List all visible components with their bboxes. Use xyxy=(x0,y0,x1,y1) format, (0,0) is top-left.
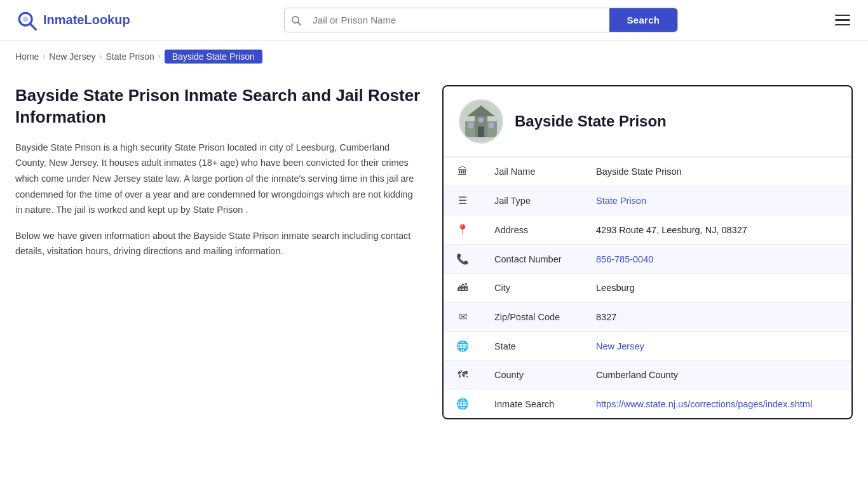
table-row: 🏛 Jail Name Bayside State Prison xyxy=(444,158,851,186)
table-row: 📍 Address 4293 Route 47, Leesburg, NJ, 0… xyxy=(444,215,851,245)
row-value-text-2: 4293 Route 47, Leesburg, NJ, 08327 xyxy=(596,225,747,235)
search-input[interactable] xyxy=(308,8,609,32)
globe-icon: 🌐 xyxy=(444,332,482,361)
row-link-3[interactable]: 856-785-0040 xyxy=(596,254,653,264)
row-label-0: Jail Name xyxy=(482,158,583,186)
logo-link[interactable]: InmateLookup xyxy=(15,9,130,32)
row-label-6: State xyxy=(482,332,583,361)
svg-line-4 xyxy=(298,22,301,25)
row-label-1: Jail Type xyxy=(482,186,583,215)
pin-icon: 📍 xyxy=(444,215,482,245)
row-link-6[interactable]: New Jersey xyxy=(596,341,644,351)
list-icon: ☰ xyxy=(444,186,482,215)
hamburger-menu[interactable] xyxy=(832,12,853,29)
row-link-8[interactable]: https://www.state.nj.us/corrections/page… xyxy=(596,399,812,409)
right-column: Bayside State Prison 🏛 Jail Name Bayside… xyxy=(442,85,853,419)
search-icon xyxy=(285,8,308,32)
info-table: 🏛 Jail Name Bayside State Prison ☰ Jail … xyxy=(444,157,851,418)
table-row: ✉ Zip/Postal Code 8327 xyxy=(444,302,851,332)
card-header: Bayside State Prison xyxy=(444,86,851,157)
row-link-1[interactable]: State Prison xyxy=(596,196,646,206)
svg-point-2 xyxy=(23,16,29,22)
left-column: Bayside State Prison Inmate Search and J… xyxy=(15,85,422,269)
table-row: 🌐 State New Jersey xyxy=(444,332,851,361)
svg-rect-9 xyxy=(468,123,473,128)
row-value-1[interactable]: State Prison xyxy=(583,186,851,215)
mail-icon: ✉ xyxy=(444,302,482,332)
page-title: Bayside State Prison Inmate Search and J… xyxy=(15,85,422,128)
svg-rect-10 xyxy=(489,123,494,128)
svg-rect-11 xyxy=(478,118,484,123)
prison-avatar xyxy=(459,99,503,144)
row-label-4: City xyxy=(482,274,583,302)
table-row: 🗺 County Cumberland County xyxy=(444,361,851,390)
page-desc-2: Below we have given information about th… xyxy=(15,228,422,259)
row-value-text-5: 8327 xyxy=(596,312,616,322)
breadcrumb-current: Bayside State Prison xyxy=(165,50,262,64)
row-label-2: Address xyxy=(482,215,583,245)
search-area: Search xyxy=(284,8,678,32)
row-value-text-4: Leesburg xyxy=(596,283,634,293)
breadcrumb-new-jersey[interactable]: New Jersey xyxy=(49,51,95,62)
row-value-text-7: Cumberland County xyxy=(596,370,678,380)
phone-icon: 📞 xyxy=(444,245,482,274)
svg-rect-8 xyxy=(478,126,484,137)
search-button[interactable]: Search xyxy=(609,8,678,32)
main-content: Bayside State Prison Inmate Search and J… xyxy=(0,72,868,445)
row-label-5: Zip/Postal Code xyxy=(482,302,583,332)
table-row: 🏙 City Leesburg xyxy=(444,274,851,302)
row-label-8: Inmate Search xyxy=(482,390,583,419)
row-value-4: Leesburg xyxy=(583,274,851,302)
page-desc-1: Bayside State Prison is a high security … xyxy=(15,140,422,218)
county-icon: 🗺 xyxy=(444,361,482,390)
row-value-2: 4293 Route 47, Leesburg, NJ, 08327 xyxy=(583,215,851,245)
logo-icon xyxy=(15,9,38,32)
svg-marker-7 xyxy=(467,105,495,116)
row-value-6[interactable]: New Jersey xyxy=(583,332,851,361)
table-row: 📞 Contact Number 856-785-0040 xyxy=(444,245,851,274)
site-header: InmateLookup Search xyxy=(0,0,868,41)
jail-icon: 🏛 xyxy=(444,158,482,186)
logo-text: InmateLookup xyxy=(43,13,130,27)
chevron-icon: › xyxy=(100,52,102,61)
row-value-5: 8327 xyxy=(583,302,851,332)
row-value-8[interactable]: https://www.state.nj.us/corrections/page… xyxy=(583,390,851,419)
card-prison-name: Bayside State Prison xyxy=(515,112,667,130)
table-row: 🌐 Inmate Search https://www.state.nj.us/… xyxy=(444,390,851,419)
chevron-icon: › xyxy=(158,52,161,61)
row-value-7: Cumberland County xyxy=(583,361,851,390)
row-label-7: County xyxy=(482,361,583,390)
info-card: Bayside State Prison 🏛 Jail Name Bayside… xyxy=(442,85,853,419)
breadcrumb-state-prison[interactable]: State Prison xyxy=(106,51,154,62)
chevron-icon: › xyxy=(43,52,45,61)
row-value-0: Bayside State Prison xyxy=(583,158,851,186)
search-wrapper: Search xyxy=(284,8,678,32)
row-label-3: Contact Number xyxy=(482,245,583,274)
search-globe-icon: 🌐 xyxy=(444,390,482,419)
svg-line-1 xyxy=(30,24,36,29)
row-value-text-0: Bayside State Prison xyxy=(596,166,682,177)
table-row: ☰ Jail Type State Prison xyxy=(444,186,851,215)
row-value-3[interactable]: 856-785-0040 xyxy=(583,245,851,274)
city-icon: 🏙 xyxy=(444,274,482,302)
breadcrumb-home[interactable]: Home xyxy=(15,51,39,62)
breadcrumb: Home › New Jersey › State Prison › Baysi… xyxy=(0,41,868,72)
